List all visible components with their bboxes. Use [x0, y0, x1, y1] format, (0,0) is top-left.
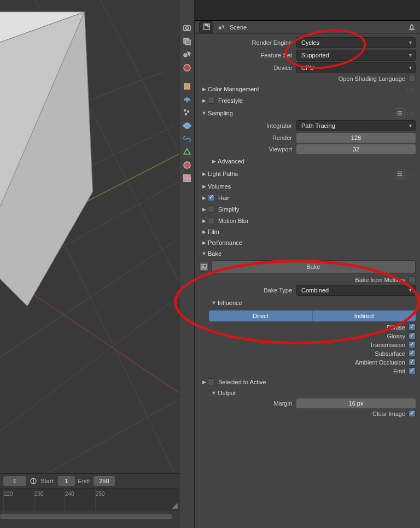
transmission-label: Transmission — [370, 342, 405, 348]
emit-label: Emit — [393, 368, 405, 374]
clear-image-label: Clear Image — [372, 410, 405, 417]
panel-title: Output — [218, 390, 236, 396]
breadcrumb-scene[interactable]: Scene — [230, 24, 247, 31]
transmission-checkbox[interactable] — [409, 341, 416, 348]
svg-point-20 — [184, 54, 187, 57]
tab-object-data[interactable] — [180, 145, 194, 159]
preset-icon[interactable] — [395, 108, 405, 118]
tab-particles[interactable] — [180, 106, 194, 119]
panel-film[interactable]: ▶Film — [199, 226, 416, 237]
device-select[interactable]: CPU — [296, 62, 416, 73]
tab-modifiers[interactable] — [180, 93, 194, 106]
tab-render[interactable] — [180, 22, 194, 35]
grip-icon[interactable]: ∷∷ — [407, 110, 415, 116]
tab-texture[interactable] — [180, 172, 194, 185]
panel-hair[interactable]: ▶Hair — [199, 192, 416, 203]
bake-from-multires-label: Bake from Multires — [355, 277, 405, 283]
panel-title: Performance — [208, 239, 242, 246]
collapse-arrow-icon: ▼ — [200, 251, 208, 256]
splitter-handle-icon[interactable]: ◢ — [172, 501, 178, 509]
grip-icon[interactable]: ∷∷ — [407, 86, 415, 92]
panel-output[interactable]: ▼Output — [209, 388, 416, 398]
render-engine-select[interactable]: Cycles — [296, 37, 416, 48]
bake-type-select[interactable]: Combined — [296, 285, 416, 296]
tab-scene[interactable] — [180, 48, 194, 61]
panel-title: Selected to Active — [218, 379, 266, 385]
timeline-ruler[interactable]: 220 230 240 250 ◢ — [0, 489, 179, 511]
emit-checkbox[interactable] — [409, 367, 416, 374]
panel-title: Motion Blur — [218, 218, 249, 224]
simplify-checkbox[interactable] — [208, 206, 215, 213]
tab-physics[interactable] — [180, 119, 194, 132]
preset-icon[interactable] — [395, 169, 405, 179]
tab-world[interactable] — [180, 61, 194, 74]
margin-label: Margin — [209, 400, 296, 407]
osl-checkbox[interactable] — [409, 75, 416, 82]
panel-title: Simplify — [218, 206, 240, 213]
grip-icon[interactable]: ∷∷ — [407, 171, 415, 177]
margin-field[interactable]: 16 px — [296, 398, 416, 408]
svg-rect-22 — [184, 84, 190, 89]
tab-object[interactable] — [180, 80, 194, 93]
panel-selected-to-active[interactable]: ▶Selected to Active — [199, 376, 416, 388]
datablock-selector[interactable] — [199, 21, 213, 33]
svg-point-21 — [184, 64, 190, 71]
end-frame-field[interactable]: 250 — [94, 476, 114, 486]
panel-title: Freestyle — [218, 97, 243, 104]
integrator-select[interactable]: Path Tracing — [296, 120, 416, 131]
start-frame-field[interactable]: 1 — [58, 476, 74, 486]
panel-freestyle[interactable]: ▶ Freestyle — [199, 95, 416, 106]
tab-view-layer[interactable] — [180, 35, 194, 48]
timeline-editor: 1 Start: 1 End: 250 220 230 240 250 ◢ — [0, 473, 179, 528]
tab-material[interactable] — [180, 159, 194, 172]
svg-rect-19 — [185, 40, 190, 45]
pin-icon[interactable] — [408, 24, 416, 31]
motion-blur-checkbox[interactable] — [208, 217, 215, 224]
panel-bake[interactable]: ▼Bake — [199, 248, 416, 259]
subsurface-checkbox[interactable] — [409, 350, 416, 357]
svg-line-8 — [98, 0, 179, 154]
panel-light-paths[interactable]: ▶ Light Paths ∷∷ — [199, 167, 416, 181]
panel-performance[interactable]: ▶Performance — [199, 237, 416, 248]
panel-sampling[interactable]: ▼ Sampling ∷∷ — [199, 106, 416, 120]
ao-checkbox[interactable] — [409, 359, 416, 366]
clear-image-checkbox[interactable] — [409, 410, 416, 417]
hair-checkbox[interactable] — [208, 194, 215, 201]
render-samples-field[interactable]: 128 — [296, 133, 416, 143]
panel-simplify[interactable]: ▶Simplify — [199, 203, 416, 215]
integrator-label: Integrator — [209, 122, 296, 129]
indirect-toggle[interactable]: Indirect — [313, 310, 416, 321]
svg-point-26 — [184, 123, 190, 128]
bake-preset-button[interactable] — [199, 262, 209, 272]
glossy-checkbox[interactable] — [409, 332, 416, 339]
diffuse-checkbox[interactable] — [409, 324, 416, 331]
freestyle-checkbox[interactable] — [208, 97, 215, 104]
feature-set-select[interactable]: Supported — [296, 50, 416, 61]
render-engine-label: Render Engine — [199, 39, 296, 46]
current-frame-field[interactable]: 1 — [3, 476, 26, 486]
panel-volumes[interactable]: ▶Volumes — [199, 181, 416, 192]
horizontal-scrollbar[interactable] — [0, 514, 172, 519]
panel-influence[interactable]: ▼Influence — [209, 297, 416, 308]
panel-title: Hair — [218, 195, 229, 201]
svg-point-34 — [219, 26, 221, 29]
direct-toggle[interactable]: Direct — [209, 310, 313, 321]
diffuse-label: Diffuse — [387, 324, 405, 331]
svg-rect-30 — [184, 175, 187, 178]
panel-title: Light Paths — [208, 171, 238, 177]
header-strip — [195, 0, 420, 21]
3d-viewport[interactable] — [0, 0, 179, 473]
expand-arrow-icon: ▶ — [200, 195, 208, 201]
bake-from-multires-checkbox[interactable] — [409, 276, 416, 283]
viewport-samples-field[interactable]: 32 — [296, 144, 416, 154]
panel-motion-blur[interactable]: ▶Motion Blur — [199, 215, 416, 226]
svg-rect-31 — [187, 178, 190, 181]
selected-to-active-checkbox[interactable] — [208, 378, 215, 385]
panel-advanced[interactable]: ▶ Advanced — [209, 156, 416, 167]
tab-constraints[interactable] — [180, 132, 194, 145]
panel-title: Volumes — [208, 183, 231, 190]
panel-color-management[interactable]: ▶ Color Management ∷∷ — [199, 84, 416, 95]
expand-arrow-icon: ▶ — [200, 207, 208, 212]
bake-button[interactable]: Bake — [211, 260, 416, 273]
glossy-label: Glossy — [387, 333, 405, 339]
